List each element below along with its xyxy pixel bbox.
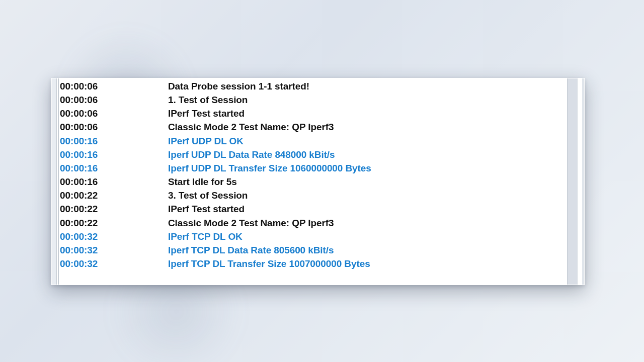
- log-message: IPerf Test started: [168, 107, 245, 120]
- log-row: 00:00:16Start Idle for 5s: [59, 175, 567, 189]
- log-timestamp: 00:00:32: [60, 243, 168, 257]
- log-message: Iperf UDP DL Transfer Size 1060000000 By…: [168, 161, 371, 175]
- log-row[interactable]: 00:00:32Iperf TCP DL Data Rate 805600 kB…: [59, 243, 567, 257]
- panel-gutter-right: [577, 78, 582, 285]
- log-row: 00:00:22Classic Mode 2 Test Name: QP Ipe…: [59, 216, 567, 230]
- log-timestamp: 00:00:16: [60, 148, 168, 161]
- log-timestamp: 00:00:32: [60, 257, 168, 270]
- log-message: IPerf TCP DL OK: [168, 230, 243, 243]
- log-row: 00:00:06Classic Mode 2 Test Name: QP Ipe…: [59, 120, 567, 134]
- panel-gutter-left: [52, 78, 57, 285]
- log-message: IPerf Test started: [168, 202, 245, 216]
- log-timestamp: 00:00:06: [60, 120, 168, 134]
- log-panel: 00:00:06Data Probe session 1-1 started!0…: [51, 78, 585, 285]
- vertical-scrollbar[interactable]: [567, 78, 577, 285]
- log-message: Data Probe session 1-1 started!: [168, 79, 309, 93]
- log-timestamp: 00:00:22: [60, 202, 168, 216]
- panel-edge-right: [582, 78, 584, 285]
- log-row[interactable]: 00:00:16IPerf UDP DL OK: [59, 134, 567, 148]
- log-row[interactable]: 00:00:32IPerf TCP DL OK: [59, 230, 567, 243]
- log-timestamp: 00:00:22: [60, 216, 168, 230]
- log-message: Start Idle for 5s: [168, 175, 237, 189]
- log-message: Classic Mode 2 Test Name: QP Iperf3: [168, 120, 334, 134]
- log-timestamp: 00:00:32: [60, 230, 168, 243]
- log-message: Classic Mode 2 Test Name: QP Iperf3: [168, 216, 334, 230]
- log-message: 3. Test of Session: [168, 189, 248, 202]
- log-message: Iperf TCP DL Transfer Size 1007000000 By…: [168, 257, 370, 270]
- log-row: 00:00:06IPerf Test started: [59, 107, 567, 120]
- log-row: 00:00:22IPerf Test started: [59, 202, 567, 216]
- log-timestamp: 00:00:22: [60, 189, 168, 202]
- log-timestamp: 00:00:06: [60, 79, 168, 93]
- log-row: 00:00:061. Test of Session: [59, 93, 567, 107]
- log-row: 00:00:06Data Probe session 1-1 started!: [59, 79, 567, 93]
- log-row[interactable]: 00:00:16Iperf UDP DL Data Rate 848000 kB…: [59, 148, 567, 161]
- log-list: 00:00:06Data Probe session 1-1 started!0…: [59, 78, 567, 285]
- log-row: 00:00:223. Test of Session: [59, 189, 567, 202]
- log-row[interactable]: 00:00:32Iperf TCP DL Transfer Size 10070…: [59, 257, 567, 270]
- log-message: Iperf UDP DL Data Rate 848000 kBit/s: [168, 148, 335, 161]
- log-timestamp: 00:00:06: [60, 107, 168, 120]
- log-message: Iperf TCP DL Data Rate 805600 kBit/s: [168, 243, 334, 257]
- log-row[interactable]: 00:00:16Iperf UDP DL Transfer Size 10600…: [59, 161, 567, 175]
- log-timestamp: 00:00:06: [60, 93, 168, 107]
- log-timestamp: 00:00:16: [60, 134, 168, 148]
- log-message: IPerf UDP DL OK: [168, 134, 244, 148]
- log-timestamp: 00:00:16: [60, 175, 168, 189]
- log-timestamp: 00:00:16: [60, 161, 168, 175]
- log-message: 1. Test of Session: [168, 93, 248, 107]
